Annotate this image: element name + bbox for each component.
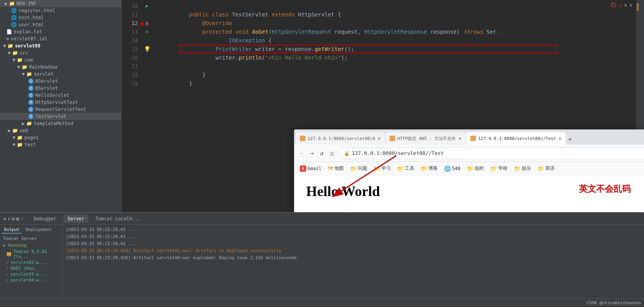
deployment-1[interactable]: ✓ servlet02:w...: [2, 260, 61, 265]
tab-debugger[interactable]: Debugger: [30, 214, 60, 223]
tab-favicon-3: [470, 136, 476, 141]
sidebar-label: user.html: [18, 22, 44, 27]
sidebar-item-test-folder[interactable]: ▼ 📁 test: [0, 141, 121, 148]
sidebar-item-test-html[interactable]: 🌐 test.html: [0, 14, 121, 21]
browser-tab-3[interactable]: 127.0.0.1:8080/servlet08//Test ×: [466, 132, 566, 145]
forward-button[interactable]: →: [308, 148, 316, 158]
sidebar-item-testservlet[interactable]: C TestServlet: [0, 113, 121, 120]
bottom-icon-4[interactable]: ▤: [16, 216, 19, 222]
eye-off-icon[interactable]: 🚫: [611, 2, 617, 8]
sidebar-item-web[interactable]: ▶ 📁 web: [0, 127, 121, 134]
browser-tab-1[interactable]: 127.0.0.1:8080/servlet08/A ×: [296, 132, 385, 145]
red-highlight-box: [180, 45, 558, 53]
expand-icon: ▼: [17, 64, 20, 70]
deploy-label: servlet04:w...: [11, 278, 47, 283]
gutter-row-13: ⊳: [141, 27, 153, 36]
sidebar-label: TestServlet: [35, 114, 66, 119]
expand-icon: ▼: [3, 43, 6, 49]
bookmark-school[interactable]: 📁 学校: [489, 164, 509, 173]
red-arrow: [318, 152, 428, 199]
sidebar-item-page1[interactable]: ▼ 📁 page1: [0, 134, 121, 141]
line-num-17: 17: [122, 62, 138, 71]
bookmark-label: 娱乐: [522, 165, 531, 172]
sidebar-item-templatemethod[interactable]: ▶ 📁 templateMethod: [0, 120, 121, 127]
sidebar-item-httpservlettest[interactable]: C HttpServletTest: [0, 99, 121, 106]
output-tab[interactable]: Output: [2, 226, 22, 234]
gutter-row-18: [141, 71, 153, 79]
annotation-text: 英文不会乱码: [579, 183, 631, 195]
deployment-4[interactable]: ✓ servlet04:w...: [2, 277, 61, 283]
gutter-row-11: [141, 10, 153, 19]
tomcat-item[interactable]: 🐱 Tomcat 8.5.82 [lo...: [2, 249, 61, 260]
bookmark-label: 英语: [545, 165, 555, 172]
tab-close-2[interactable]: ×: [458, 135, 461, 142]
browser-tab-2[interactable]: HTTP状态 405 - 方法不允许 ×: [386, 132, 466, 145]
sidebar-label: templateMethod: [34, 121, 73, 126]
sidebar-item-requestservlettest[interactable]: C RequestServletTest: [0, 106, 121, 113]
code-line-15: writer.println("<h1> Hello World <h1>");: [156, 45, 636, 53]
folder-icon: 📁: [22, 64, 27, 70]
run-icon[interactable]: ▶: [145, 3, 148, 9]
folder-icon: 📁: [514, 165, 521, 172]
sidebar-label: explan.txt: [14, 29, 42, 35]
tab-close-3[interactable]: ×: [559, 135, 562, 142]
sidebar-item-rainbowsea[interactable]: ▼ 📁 RainbowSea: [0, 64, 121, 71]
bookmark-entertainment[interactable]: 📁 娱乐: [512, 164, 533, 173]
bottom-icon-1[interactable]: ≡: [3, 216, 6, 222]
sidebar-item-servlet07[interactable]: ⚙ servlet07.iml: [0, 35, 121, 42]
bottom-icon-5[interactable]: ›: [21, 216, 24, 222]
bookmark-english[interactable]: 📁 英语: [536, 164, 556, 173]
code-line-17: }: [156, 62, 636, 71]
tab-close-1[interactable]: ×: [377, 135, 381, 142]
sidebar-item-bservlet[interactable]: C BServlet: [0, 85, 121, 92]
bookmark-gutter-icon: ⊳: [145, 29, 148, 35]
tab-label-3: 127.0.0.1:8080/servlet08//Test: [478, 136, 556, 141]
bottom-icon-2[interactable]: ↕: [7, 216, 10, 222]
tab-server[interactable]: Server: [63, 214, 88, 223]
new-tab-button[interactable]: +: [566, 133, 574, 145]
sidebar-item-aservlet[interactable]: C AServlet: [0, 78, 121, 85]
sidebar-item-com[interactable]: ▼ 📁 com: [0, 56, 121, 64]
folder-icon: 📁: [17, 135, 23, 140]
code-line-18: }: [156, 71, 636, 79]
sidebar-item-user-html[interactable]: 🌐 user.html: [0, 21, 121, 28]
sidebar-item-explan[interactable]: 📄 explan.txt: [0, 28, 121, 35]
tab-tomcat[interactable]: Tomcat Localh...: [91, 214, 145, 223]
sidebar-item-src[interactable]: ▼ 📁 src: [0, 49, 121, 56]
deployment-tab[interactable]: Deployment: [24, 226, 54, 234]
main-container: ▶ 📁 WEB-INF 🌐 register.html 🌐 test.html …: [0, 0, 644, 212]
class-icon: C: [28, 100, 34, 105]
bottom-icon-3[interactable]: ⊞: [12, 216, 15, 222]
sidebar-item-helloservlet[interactable]: C HelloServlet: [0, 92, 121, 99]
collapse-icon[interactable]: ∧: [624, 2, 627, 8]
deployment-3[interactable]: ✓ servlet03:w...: [2, 271, 61, 277]
bookmark-540[interactable]: 🌐 540: [443, 165, 462, 173]
sidebar-item-servlet-folder[interactable]: ▼ 📁 servlet: [0, 71, 121, 78]
gutter-row-19: [141, 79, 153, 88]
tab-label-1: 127.0.0.1:8080/servlet08/A: [308, 136, 375, 141]
file-icon: 🌐: [11, 22, 17, 27]
check-icon: ✓: [6, 272, 9, 277]
expand-icon[interactable]: ∨: [629, 2, 632, 8]
browser-tab-bar: 127.0.0.1:8080/servlet08/A × HTTP状态 405 …: [294, 130, 644, 145]
bottom-toolbar-icons: ≡ ↕ ⊞ ▤ ›: [3, 216, 24, 222]
deployment-2[interactable]: ✓ ROOT [Rep...: [2, 265, 61, 271]
file-icon: 🌐: [11, 8, 17, 13]
sidebar-label: servlet07.iml: [11, 36, 47, 42]
bookmark-temp[interactable]: 📁 临时: [465, 164, 486, 173]
gutter-row-10: ▶: [141, 2, 153, 10]
sidebar-item-servlet08[interactable]: ▼ 📁 servlet08: [0, 42, 121, 49]
file-icon: 📄: [6, 29, 12, 35]
back-button[interactable]: ←: [298, 148, 305, 158]
bottom-panel: ≡ ↕ ⊞ ▤ › Debugger Server Tomcat Localh.…: [0, 212, 644, 298]
check-icon: ✓: [6, 260, 9, 265]
log-line-2: [2023-03-31 05:22:29,41 ...: [66, 233, 641, 240]
line-numbers: 10 11 12 13 14 15 16 17 18 19: [122, 0, 141, 212]
expand-icon: ▼: [13, 135, 15, 140]
sidebar-item-webinf[interactable]: ▶ 📁 WEB-INF: [0, 0, 121, 7]
sidebar-item-register[interactable]: 🌐 register.html: [0, 7, 121, 14]
bulb-icon[interactable]: 💡: [144, 46, 151, 52]
line-num-18: 18: [122, 71, 138, 79]
deploy-label: ROOT [Rep...: [11, 266, 42, 271]
gutter-row-17: [141, 62, 153, 71]
